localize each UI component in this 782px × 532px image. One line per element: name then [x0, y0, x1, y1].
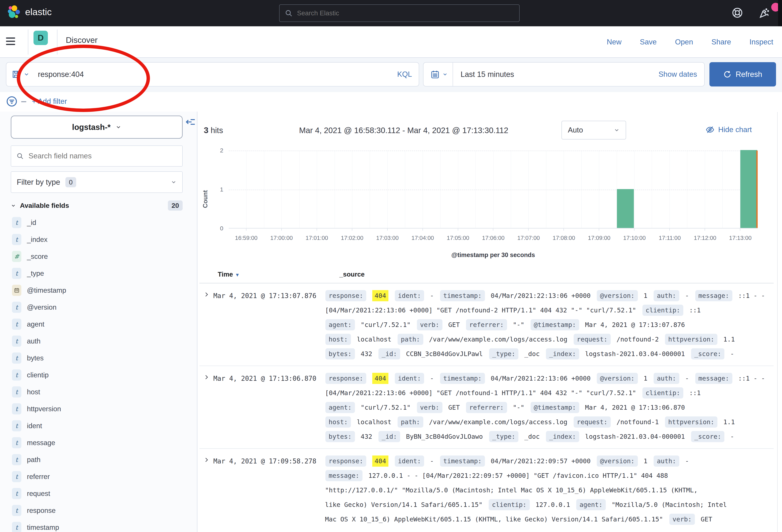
divider [28, 30, 28, 54]
field-value: ::1 - - [738, 375, 765, 382]
global-search-input[interactable] [297, 9, 514, 17]
x-tick-mark [528, 229, 529, 231]
hide-chart-button[interactable]: Hide chart [705, 125, 752, 134]
field-item-clientip[interactable]: tclientip [0, 367, 198, 383]
field-item-message[interactable]: tmessage [0, 434, 198, 451]
query-language-button[interactable]: KQL [397, 70, 412, 78]
field-value: - [430, 292, 434, 300]
field-value: "-" [513, 321, 524, 329]
date-picker-bar[interactable]: Last 15 minutes Show dates [423, 62, 705, 86]
field-value: localhost [357, 418, 391, 426]
saved-query-icon[interactable] [11, 70, 21, 79]
field-value: 432 [361, 350, 372, 358]
page-title: Discover [66, 35, 98, 45]
histogram-bar[interactable] [617, 189, 634, 228]
field-name-pill: httpversion: [665, 334, 717, 345]
action-save[interactable]: Save [640, 38, 656, 46]
gridline-vertical [546, 151, 546, 228]
x-axis-title: @timestamp per 30 seconds [229, 252, 758, 259]
action-inspect[interactable]: Inspect [749, 38, 773, 46]
collapse-sidebar-icon[interactable] [185, 116, 196, 127]
field-value: logstash-2021.03.04-000001 [585, 433, 685, 440]
chart-plot[interactable] [229, 151, 758, 229]
highlighted-value: 404 [372, 373, 389, 384]
action-share[interactable]: Share [711, 38, 731, 46]
scrollbar-track[interactable] [777, 112, 778, 532]
hits-number: 3 [204, 125, 208, 135]
field-name-pill: @version: [597, 455, 638, 467]
time-range-value[interactable]: Last 15 minutes [461, 70, 514, 79]
histogram-bar[interactable] [740, 150, 757, 228]
field-name: timestamp [27, 524, 59, 531]
field-item-_index[interactable]: t_index [0, 231, 198, 248]
index-pattern-select[interactable]: logstash-* [11, 116, 183, 139]
field-item-agent[interactable]: tagent [0, 316, 198, 333]
show-dates-button[interactable]: Show dates [659, 70, 697, 78]
elastic-logo-icon [8, 5, 21, 18]
field-item-host[interactable]: thost [0, 383, 198, 400]
field-value: 1 [644, 457, 647, 465]
calendar-icon[interactable] [430, 70, 440, 79]
field-item-path[interactable]: tpath [0, 451, 198, 468]
field-item-httpversion[interactable]: thttpversion [0, 400, 198, 417]
field-name-pill: response: [325, 373, 366, 384]
action-open[interactable]: Open [675, 38, 693, 46]
field-name-pill: verb: [417, 402, 442, 413]
refresh-button[interactable]: Refresh [709, 62, 776, 86]
action-new[interactable]: New [607, 38, 621, 46]
menu-hamburger-icon[interactable] [6, 37, 15, 47]
field-name-pill: clientip: [642, 387, 683, 398]
scrollbar-header-segment[interactable] [778, 0, 782, 26]
filter-by-type-select[interactable]: Filter by type 0 [11, 172, 183, 193]
date-type-icon [12, 285, 21, 296]
field-name-pill: request: [574, 416, 611, 428]
field-search-box[interactable] [11, 146, 183, 166]
field-item-auth[interactable]: tauth [0, 333, 198, 349]
chevron-down-icon[interactable] [24, 71, 30, 77]
search-icon [16, 152, 24, 160]
query-input-bar[interactable]: response:404 KQL [6, 62, 419, 86]
field-name-pill: agent: [325, 319, 355, 330]
field-value: localhost [357, 336, 391, 343]
expand-row-icon[interactable] [200, 457, 213, 463]
field-item-_id[interactable]: t_id [0, 214, 198, 231]
y-axis-title: Count [202, 190, 209, 208]
gridline-vertical [352, 151, 352, 228]
chevron-down-icon[interactable] [442, 72, 448, 77]
field-item-bytes[interactable]: tbytes [0, 349, 198, 367]
field-item-@timestamp[interactable]: @timestamp [0, 282, 198, 299]
add-filter-button[interactable]: + Add filter [32, 97, 67, 106]
y-tick-label: 2 [211, 147, 223, 154]
field-item-_type[interactable]: t_type [0, 265, 198, 282]
field-item-_score[interactable]: #_score [0, 248, 198, 265]
field-item-@version[interactable]: t@version [0, 299, 198, 316]
field-item-response[interactable]: tresponse [0, 502, 198, 519]
available-fields-header[interactable]: Available fields 20 [11, 200, 183, 211]
interval-select[interactable]: Auto [562, 121, 626, 140]
gridline-vertical [423, 151, 423, 228]
field-name-pill: bytes: [325, 348, 355, 359]
column-header-time[interactable]: Time▼ [218, 271, 240, 278]
field-search-input[interactable] [29, 152, 177, 160]
highlighted-value: 404 [372, 455, 389, 467]
field-value: ByBN_3cB04dGovJLOawo [406, 433, 483, 440]
help-icon[interactable] [731, 7, 743, 19]
filter-circle-icon[interactable] [6, 95, 18, 108]
elastic-logo-text: elastic [25, 6, 51, 17]
elastic-logo[interactable]: elastic [8, 5, 51, 18]
field-item-referrer[interactable]: treferrer [0, 468, 198, 485]
field-value: 1.1 [723, 336, 735, 343]
field-name-pill: message: [695, 290, 732, 301]
query-input[interactable]: response:404 [38, 70, 84, 79]
field-value: GET [448, 404, 460, 411]
field-item-request[interactable]: trequest [0, 485, 198, 502]
global-search-box[interactable] [279, 4, 520, 22]
expand-row-icon[interactable] [200, 292, 213, 298]
field-item-timestamp[interactable]: ttimestamp [0, 519, 198, 532]
discover-app-badge[interactable]: D [34, 31, 48, 45]
query-band: response:404 KQL Last 15 minutes Show da… [0, 58, 782, 92]
field-name-pill: auth: [653, 290, 679, 301]
field-item-ident[interactable]: tident [0, 417, 198, 434]
expand-row-icon[interactable] [200, 374, 213, 381]
newsfeed-party-popper-icon[interactable] [759, 7, 771, 19]
